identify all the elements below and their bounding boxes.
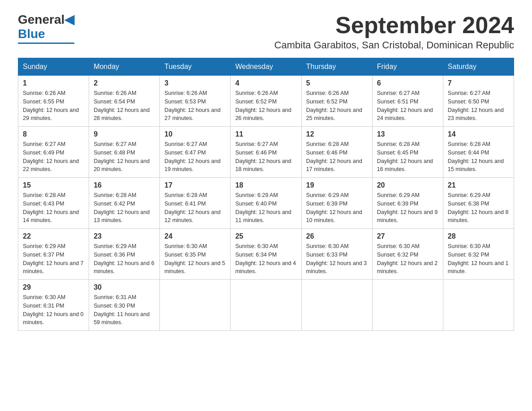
day-number: 18 xyxy=(235,181,296,189)
calendar-cell: 15Sunrise: 6:28 AMSunset: 6:43 PMDayligh… xyxy=(18,178,89,229)
page-header: General◀ Blue September 2024 Cambita Gar… xyxy=(18,13,514,51)
calendar-cell xyxy=(372,280,443,331)
day-info: Sunrise: 6:30 AMSunset: 6:33 PMDaylight:… xyxy=(306,242,368,276)
calendar-table: Sunday Monday Tuesday Wednesday Thursday… xyxy=(18,58,514,331)
day-info: Sunrise: 6:27 AMSunset: 6:50 PMDaylight:… xyxy=(448,89,509,123)
day-number: 10 xyxy=(164,130,226,138)
calendar-cell: 11Sunrise: 6:27 AMSunset: 6:46 PMDayligh… xyxy=(231,127,301,178)
calendar-cell: 20Sunrise: 6:29 AMSunset: 6:39 PMDayligh… xyxy=(372,178,443,229)
logo-underline xyxy=(18,43,74,44)
calendar-cell: 29Sunrise: 6:30 AMSunset: 6:31 PMDayligh… xyxy=(18,280,89,331)
week-row-1: 1Sunrise: 6:26 AMSunset: 6:55 PMDaylight… xyxy=(18,76,514,127)
day-info: Sunrise: 6:28 AMSunset: 6:46 PMDaylight:… xyxy=(306,140,368,174)
day-info: Sunrise: 6:27 AMSunset: 6:51 PMDaylight:… xyxy=(377,89,438,123)
day-number: 4 xyxy=(235,79,296,87)
day-info: Sunrise: 6:26 AMSunset: 6:53 PMDaylight:… xyxy=(164,89,226,123)
day-number: 20 xyxy=(377,181,438,189)
day-info: Sunrise: 6:29 AMSunset: 6:37 PMDaylight:… xyxy=(23,242,84,276)
calendar-cell: 6Sunrise: 6:27 AMSunset: 6:51 PMDaylight… xyxy=(372,76,443,127)
day-info: Sunrise: 6:26 AMSunset: 6:52 PMDaylight:… xyxy=(235,89,296,123)
calendar-cell: 23Sunrise: 6:29 AMSunset: 6:36 PMDayligh… xyxy=(89,229,160,280)
day-number: 9 xyxy=(94,130,155,138)
calendar-cell: 5Sunrise: 6:26 AMSunset: 6:52 PMDaylight… xyxy=(301,76,372,127)
day-info: Sunrise: 6:29 AMSunset: 6:39 PMDaylight:… xyxy=(377,191,438,225)
calendar-cell: 18Sunrise: 6:29 AMSunset: 6:40 PMDayligh… xyxy=(231,178,301,229)
day-number: 13 xyxy=(377,130,438,138)
calendar-cell: 16Sunrise: 6:28 AMSunset: 6:42 PMDayligh… xyxy=(89,178,160,229)
day-info: Sunrise: 6:29 AMSunset: 6:36 PMDaylight:… xyxy=(94,242,155,276)
calendar-cell xyxy=(443,280,514,331)
calendar-cell: 2Sunrise: 6:26 AMSunset: 6:54 PMDaylight… xyxy=(89,76,160,127)
calendar-cell: 7Sunrise: 6:27 AMSunset: 6:50 PMDaylight… xyxy=(443,76,514,127)
week-row-3: 15Sunrise: 6:28 AMSunset: 6:43 PMDayligh… xyxy=(18,178,514,229)
day-info: Sunrise: 6:30 AMSunset: 6:35 PMDaylight:… xyxy=(164,242,226,276)
week-row-2: 8Sunrise: 6:27 AMSunset: 6:49 PMDaylight… xyxy=(18,127,514,178)
day-info: Sunrise: 6:27 AMSunset: 6:48 PMDaylight:… xyxy=(94,140,155,174)
calendar-cell xyxy=(231,280,301,331)
header-saturday: Saturday xyxy=(443,58,514,76)
day-number: 14 xyxy=(448,130,509,138)
header-tuesday: Tuesday xyxy=(160,58,231,76)
location-title: Cambita Garabitos, San Cristobal, Domini… xyxy=(274,39,514,51)
day-info: Sunrise: 6:26 AMSunset: 6:54 PMDaylight:… xyxy=(94,89,155,123)
day-number: 15 xyxy=(23,181,84,189)
calendar-cell: 19Sunrise: 6:29 AMSunset: 6:39 PMDayligh… xyxy=(301,178,372,229)
day-info: Sunrise: 6:29 AMSunset: 6:39 PMDaylight:… xyxy=(306,191,368,225)
day-number: 8 xyxy=(23,130,84,138)
day-info: Sunrise: 6:31 AMSunset: 6:30 PMDaylight:… xyxy=(94,293,155,327)
day-info: Sunrise: 6:27 AMSunset: 6:49 PMDaylight:… xyxy=(23,140,84,174)
day-info: Sunrise: 6:29 AMSunset: 6:40 PMDaylight:… xyxy=(235,191,296,225)
logo-blue: Blue xyxy=(18,27,45,41)
title-section: September 2024 Cambita Garabitos, San Cr… xyxy=(274,13,514,51)
calendar-cell: 3Sunrise: 6:26 AMSunset: 6:53 PMDaylight… xyxy=(160,76,231,127)
calendar-header-row: Sunday Monday Tuesday Wednesday Thursday… xyxy=(18,58,514,76)
header-sunday: Sunday xyxy=(18,58,89,76)
day-number: 11 xyxy=(235,130,296,138)
day-number: 3 xyxy=(164,79,226,87)
day-number: 7 xyxy=(448,79,509,87)
day-number: 23 xyxy=(94,232,155,240)
header-thursday: Thursday xyxy=(301,58,372,76)
week-row-4: 22Sunrise: 6:29 AMSunset: 6:37 PMDayligh… xyxy=(18,229,514,280)
day-number: 5 xyxy=(306,79,368,87)
day-info: Sunrise: 6:30 AMSunset: 6:31 PMDaylight:… xyxy=(23,293,84,327)
calendar-cell: 17Sunrise: 6:28 AMSunset: 6:41 PMDayligh… xyxy=(160,178,231,229)
calendar-cell: 26Sunrise: 6:30 AMSunset: 6:33 PMDayligh… xyxy=(301,229,372,280)
calendar-cell: 1Sunrise: 6:26 AMSunset: 6:55 PMDaylight… xyxy=(18,76,89,127)
logo: General◀ Blue xyxy=(18,13,74,44)
day-info: Sunrise: 6:29 AMSunset: 6:38 PMDaylight:… xyxy=(448,191,509,225)
day-number: 16 xyxy=(94,181,155,189)
calendar-cell: 9Sunrise: 6:27 AMSunset: 6:48 PMDaylight… xyxy=(89,127,160,178)
day-number: 17 xyxy=(164,181,226,189)
week-row-5: 29Sunrise: 6:30 AMSunset: 6:31 PMDayligh… xyxy=(18,280,514,331)
day-number: 27 xyxy=(377,232,438,240)
day-number: 21 xyxy=(448,181,509,189)
day-info: Sunrise: 6:26 AMSunset: 6:55 PMDaylight:… xyxy=(23,89,84,123)
day-info: Sunrise: 6:28 AMSunset: 6:45 PMDaylight:… xyxy=(377,140,438,174)
day-number: 6 xyxy=(377,79,438,87)
calendar-cell: 25Sunrise: 6:30 AMSunset: 6:34 PMDayligh… xyxy=(231,229,301,280)
day-number: 19 xyxy=(306,181,368,189)
day-number: 30 xyxy=(94,283,155,291)
day-info: Sunrise: 6:30 AMSunset: 6:34 PMDaylight:… xyxy=(235,242,296,276)
day-info: Sunrise: 6:30 AMSunset: 6:32 PMDaylight:… xyxy=(377,242,438,276)
header-wednesday: Wednesday xyxy=(231,58,301,76)
day-number: 1 xyxy=(23,79,84,87)
calendar-cell: 28Sunrise: 6:30 AMSunset: 6:32 PMDayligh… xyxy=(443,229,514,280)
day-number: 29 xyxy=(23,283,84,291)
header-monday: Monday xyxy=(89,58,160,76)
day-info: Sunrise: 6:27 AMSunset: 6:47 PMDaylight:… xyxy=(164,140,226,174)
calendar-cell: 21Sunrise: 6:29 AMSunset: 6:38 PMDayligh… xyxy=(443,178,514,229)
day-number: 12 xyxy=(306,130,368,138)
calendar-cell xyxy=(301,280,372,331)
day-info: Sunrise: 6:30 AMSunset: 6:32 PMDaylight:… xyxy=(448,242,509,276)
day-info: Sunrise: 6:28 AMSunset: 6:43 PMDaylight:… xyxy=(23,191,84,225)
day-info: Sunrise: 6:27 AMSunset: 6:46 PMDaylight:… xyxy=(235,140,296,174)
calendar-cell: 13Sunrise: 6:28 AMSunset: 6:45 PMDayligh… xyxy=(372,127,443,178)
calendar-cell: 22Sunrise: 6:29 AMSunset: 6:37 PMDayligh… xyxy=(18,229,89,280)
calendar-cell: 8Sunrise: 6:27 AMSunset: 6:49 PMDaylight… xyxy=(18,127,89,178)
month-title: September 2024 xyxy=(274,13,514,37)
calendar-cell: 10Sunrise: 6:27 AMSunset: 6:47 PMDayligh… xyxy=(160,127,231,178)
calendar-cell xyxy=(160,280,231,331)
day-number: 22 xyxy=(23,232,84,240)
